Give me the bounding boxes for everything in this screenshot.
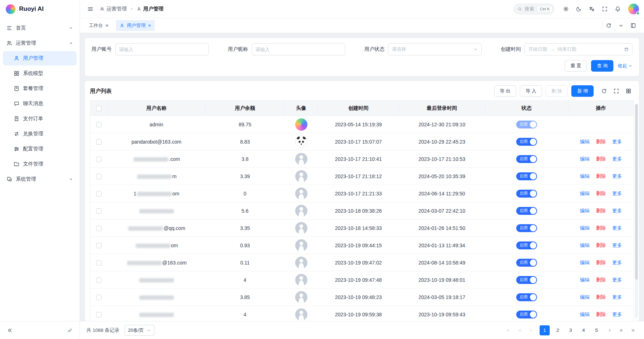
page-button-3[interactable]: 3 — [566, 325, 576, 335]
edit-link[interactable]: 编辑 — [580, 139, 590, 144]
fast-prev-button[interactable] — [515, 326, 524, 335]
delete-link[interactable]: 删除 — [596, 243, 606, 248]
status-select[interactable]: 请选择 — [388, 43, 482, 55]
close-tab-icon[interactable]: × — [105, 23, 108, 28]
row-checkbox[interactable] — [96, 191, 102, 196]
row-checkbox[interactable] — [96, 295, 102, 300]
row-checkbox[interactable] — [96, 139, 102, 145]
delete-link[interactable]: 删除 — [596, 156, 606, 162]
fullscreen-button[interactable] — [599, 4, 610, 14]
edit-link[interactable]: 编辑 — [580, 243, 590, 248]
edit-link[interactable]: 编辑 — [580, 156, 590, 162]
scrollbar-thumb[interactable] — [635, 104, 638, 280]
import-button[interactable]: 导 入 — [520, 85, 542, 97]
status-toggle[interactable]: 启用 — [516, 241, 537, 249]
tab-user-management[interactable]: 用户管理 × — [116, 20, 155, 31]
edit-link[interactable]: 编辑 — [580, 173, 590, 179]
edit-link[interactable]: 编辑 — [580, 208, 590, 213]
delete-link[interactable]: 删除 — [596, 208, 606, 213]
status-toggle[interactable]: 启用 — [516, 276, 537, 284]
collapse-sidebar-button[interactable] — [4, 325, 15, 336]
nickname-input[interactable] — [252, 43, 345, 55]
global-search[interactable]: 搜索 Ctrl K — [513, 3, 555, 15]
sidebar-item-system-management[interactable]: 系统管理 — [3, 172, 77, 186]
sidebar-item-system-model[interactable]: 系统模型 — [3, 66, 77, 81]
row-checkbox[interactable] — [96, 226, 102, 231]
status-toggle[interactable]: 启用 — [516, 138, 537, 146]
theme-toggle-button[interactable] — [573, 4, 584, 14]
search-button[interactable]: 查 询 — [591, 60, 613, 72]
settings-button[interactable] — [560, 4, 571, 14]
delete-link[interactable]: 删除 — [596, 312, 606, 317]
sidebar-item-exchange-management[interactable]: 兑换管理 — [3, 127, 77, 141]
delete-link[interactable]: 删除 — [596, 294, 606, 300]
collapse-filters-link[interactable]: 收起 — [618, 63, 632, 69]
pin-sidebar-button[interactable] — [64, 325, 75, 336]
last-page-button[interactable] — [628, 326, 638, 335]
sidebar-item-user-management[interactable]: 用户管理 — [3, 51, 77, 65]
delete-button[interactable]: 删 除 — [546, 85, 568, 97]
reset-button[interactable]: 重 置 — [565, 60, 587, 72]
sidebar-item-chat-messages[interactable]: 聊天消息 — [3, 96, 77, 111]
more-link[interactable]: 更多 — [612, 260, 622, 265]
more-link[interactable]: 更多 — [612, 191, 622, 196]
row-checkbox[interactable] — [96, 277, 102, 283]
more-link[interactable]: 更多 — [612, 312, 622, 317]
status-toggle[interactable]: 启用 — [516, 259, 537, 267]
more-link[interactable]: 更多 — [612, 173, 622, 179]
table-scrollbar[interactable] — [635, 104, 638, 318]
more-link[interactable]: 更多 — [612, 225, 622, 231]
language-button[interactable] — [586, 4, 597, 14]
row-checkbox[interactable] — [96, 174, 102, 179]
first-page-button[interactable] — [504, 326, 513, 335]
delete-link[interactable]: 删除 — [596, 139, 606, 144]
date-range-picker[interactable]: 开始日期 → 结束日期 — [524, 43, 632, 55]
sidebar-item-config-management[interactable]: 配置管理 — [3, 142, 77, 156]
delete-link[interactable]: 删除 — [596, 260, 606, 265]
page-button-2[interactable]: 2 — [553, 325, 563, 335]
page-size-select[interactable]: 20条/页 — [125, 325, 154, 336]
add-button[interactable]: 新 增 — [571, 85, 594, 97]
page-button-1[interactable]: 1 — [540, 325, 550, 335]
status-toggle[interactable]: 启用 — [516, 207, 537, 215]
edit-link[interactable]: 编辑 — [580, 277, 590, 282]
row-checkbox[interactable] — [96, 243, 102, 248]
status-toggle[interactable]: 启用 — [516, 224, 537, 232]
more-link[interactable]: 更多 — [612, 208, 622, 213]
close-tab-icon[interactable]: × — [148, 23, 151, 28]
row-checkbox[interactable] — [96, 260, 102, 266]
edit-link[interactable]: 编辑 — [580, 260, 590, 265]
sidebar-item-operations[interactable]: 运营管理 — [3, 36, 77, 50]
table-fullscreen-button[interactable] — [611, 86, 622, 96]
content-fullscreen-button[interactable] — [627, 20, 639, 31]
edit-link[interactable]: 编辑 — [580, 294, 590, 300]
more-link[interactable]: 更多 — [612, 294, 622, 300]
prev-page-button[interactable] — [527, 326, 536, 335]
row-checkbox[interactable] — [96, 157, 102, 162]
sidebar-item-file-management[interactable]: 文件管理 — [3, 157, 77, 171]
fast-next-button[interactable] — [617, 326, 626, 335]
status-toggle[interactable]: 启用 — [516, 155, 537, 163]
status-toggle[interactable]: 启用 — [516, 311, 537, 318]
status-toggle[interactable]: 启用 — [516, 293, 537, 301]
refresh-page-button[interactable] — [602, 20, 614, 31]
more-link[interactable]: 更多 — [612, 156, 622, 162]
status-toggle[interactable]: 启用 — [516, 172, 537, 180]
notifications-button[interactable] — [612, 4, 623, 14]
more-link[interactable]: 更多 — [612, 277, 622, 282]
page-button-4[interactable]: 4 — [578, 325, 589, 335]
status-toggle[interactable]: 启用 — [516, 121, 537, 128]
next-page-button[interactable] — [605, 326, 614, 335]
tab-workbench[interactable]: 工作台 × — [85, 20, 112, 31]
edit-link[interactable]: 编辑 — [580, 312, 590, 317]
refresh-table-button[interactable] — [599, 86, 609, 96]
select-all-checkbox[interactable] — [96, 106, 102, 111]
row-checkbox[interactable] — [96, 208, 102, 214]
row-checkbox[interactable] — [96, 312, 102, 317]
delete-link[interactable]: 删除 — [596, 191, 606, 196]
column-settings-button[interactable] — [623, 86, 634, 96]
account-input[interactable] — [115, 43, 209, 55]
edit-link[interactable]: 编辑 — [580, 191, 590, 196]
status-toggle[interactable]: 启用 — [516, 190, 537, 198]
sidebar-item-payment-orders[interactable]: 支付订单 — [3, 112, 77, 126]
